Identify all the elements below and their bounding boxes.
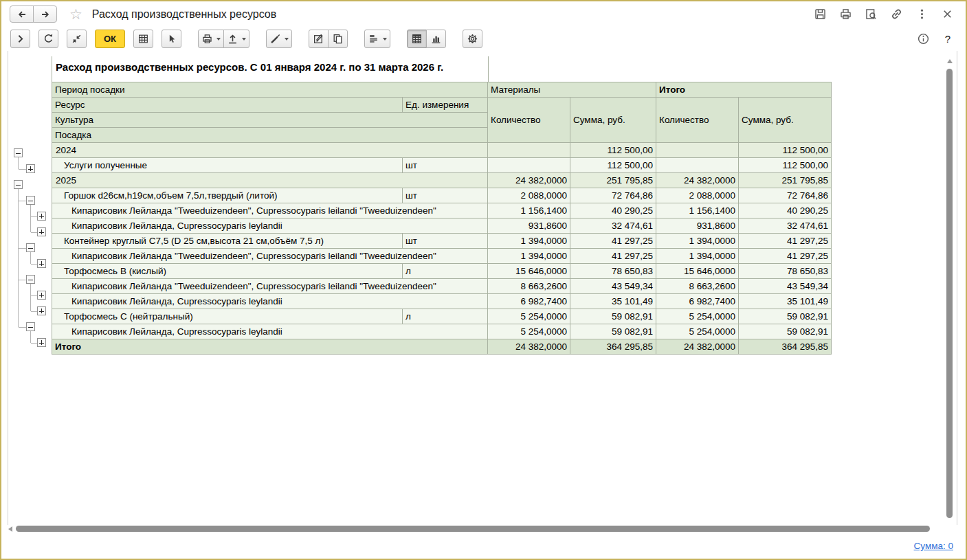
help-button[interactable]: ?: [945, 33, 951, 45]
tree-collapse-button[interactable]: [14, 181, 22, 189]
back-button[interactable]: [10, 5, 34, 23]
grid-settings-button[interactable]: [133, 30, 153, 48]
materials-qty-cell[interactable]: [488, 158, 570, 173]
materials-qty-cell[interactable]: 1 156,1400: [488, 203, 570, 219]
resource-cell[interactable]: Горшок d26см,h19см,объем 7,5л,твердый (л…: [52, 188, 403, 203]
scroll-left-arrow-icon[interactable]: [8, 526, 12, 532]
tree-expand-button[interactable]: [37, 228, 45, 236]
materials-sum-cell[interactable]: 40 290,25: [570, 203, 656, 219]
total-qty-cell[interactable]: 24 382,0000: [656, 173, 739, 188]
materials-sum-cell[interactable]: 251 795,85: [570, 173, 656, 188]
chart-view-button[interactable]: [426, 30, 446, 48]
total-qty-cell[interactable]: 5 254,0000: [656, 324, 739, 339]
total-qty-cell[interactable]: 931,8600: [656, 219, 739, 234]
more-icon[interactable]: [914, 7, 929, 22]
vertical-scrollbar[interactable]: [945, 56, 955, 526]
outline-levels-button[interactable]: [364, 30, 390, 48]
materials-qty-cell[interactable]: 8 663,2600: [488, 279, 570, 294]
resource-cell[interactable]: Услуги полученные: [52, 158, 403, 173]
materials-sum-cell[interactable]: 78 650,83: [570, 264, 656, 279]
materials-qty-cell[interactable]: 1 394,0000: [488, 234, 570, 249]
materials-sum-cell[interactable]: 43 549,34: [570, 279, 656, 294]
total-qty-cell[interactable]: 1 394,0000: [656, 249, 739, 264]
expand-settings-button[interactable]: [10, 30, 30, 48]
total-sum-cell[interactable]: 251 795,85: [739, 173, 832, 188]
unit-cell[interactable]: л: [403, 309, 488, 324]
tree-collapse-button[interactable]: [26, 276, 34, 284]
resource-cell[interactable]: Контейнер круглый С7,5 (D 25 см,высота 2…: [52, 234, 403, 249]
sum-link[interactable]: Сумма: 0: [914, 541, 953, 551]
materials-sum-cell[interactable]: 32 474,61: [570, 219, 656, 234]
total-sum-cell[interactable]: 43 549,34: [739, 279, 832, 294]
total-qty-cell[interactable]: 8 663,2600: [656, 279, 739, 294]
total-qty-cell[interactable]: 2 088,0000: [656, 188, 739, 203]
materials-qty-cell[interactable]: 1 394,0000: [488, 249, 570, 264]
link-icon[interactable]: [889, 7, 904, 22]
resource-cell[interactable]: Кипарисовик Лейланда, Cupressocyparis le…: [52, 294, 488, 309]
tree-expand-button[interactable]: [37, 307, 45, 315]
info-icon[interactable]: [916, 32, 931, 47]
tree-collapse-button[interactable]: [26, 323, 34, 331]
refresh-button[interactable]: [38, 30, 58, 48]
ok-button[interactable]: ОК: [95, 30, 125, 48]
total-qty-cell[interactable]: 1 394,0000: [656, 234, 739, 249]
resource-cell[interactable]: Кипарисовик Лейланда "Tweeduizendeen", C…: [52, 279, 488, 294]
edit-button[interactable]: [309, 30, 329, 48]
preview-icon[interactable]: [863, 7, 878, 22]
resource-cell[interactable]: Кипарисовик Лейланда, Cupressocyparis le…: [52, 324, 488, 339]
horizontal-scroll-thumb[interactable]: [16, 526, 930, 532]
materials-qty-cell[interactable]: 6 982,7400: [488, 294, 570, 309]
total-sum-cell[interactable]: 364 295,85: [739, 339, 832, 355]
materials-sum-cell[interactable]: 364 295,85: [570, 339, 656, 355]
favorite-star-icon[interactable]: ☆: [69, 7, 82, 21]
materials-qty-cell[interactable]: 2 088,0000: [488, 188, 570, 203]
vertical-scroll-thumb[interactable]: [946, 69, 953, 518]
save-icon[interactable]: [812, 7, 827, 22]
tree-collapse-button[interactable]: [26, 197, 34, 205]
total-sum-cell[interactable]: 40 290,25: [739, 203, 832, 219]
resource-cell[interactable]: Торфосмесь С (нейтральный): [52, 309, 403, 324]
total-qty-cell[interactable]: 15 646,0000: [656, 264, 739, 279]
total-sum-cell[interactable]: 59 082,91: [739, 324, 832, 339]
materials-qty-cell[interactable]: 5 254,0000: [488, 309, 570, 324]
total-sum-cell[interactable]: 112 500,00: [739, 158, 832, 173]
total-qty-cell[interactable]: 5 254,0000: [656, 309, 739, 324]
total-sum-cell[interactable]: 32 474,61: [739, 219, 832, 234]
total-sum-cell[interactable]: 35 101,49: [739, 294, 832, 309]
materials-qty-cell[interactable]: 24 382,0000: [488, 339, 570, 355]
materials-sum-cell[interactable]: 35 101,49: [570, 294, 656, 309]
total-sum-cell[interactable]: 78 650,83: [739, 264, 832, 279]
tree-expand-button[interactable]: [37, 212, 45, 221]
table-view-button[interactable]: [407, 30, 427, 48]
total-sum-cell[interactable]: 41 297,25: [739, 234, 832, 249]
total-qty-cell[interactable]: 1 156,1400: [656, 203, 739, 219]
materials-sum-cell[interactable]: 112 500,00: [570, 143, 656, 158]
forward-button[interactable]: [33, 5, 57, 23]
tree-collapse-button[interactable]: [26, 244, 34, 252]
copy-button[interactable]: [328, 30, 348, 48]
total-qty-cell[interactable]: [656, 143, 739, 158]
resource-cell[interactable]: Кипарисовик Лейланда "Tweeduizendeen", C…: [52, 203, 488, 219]
total-sum-cell[interactable]: 41 297,25: [739, 249, 832, 264]
resource-cell[interactable]: 2024: [52, 143, 488, 158]
materials-qty-cell[interactable]: 15 646,0000: [488, 264, 570, 279]
tree-expand-button[interactable]: [37, 260, 45, 268]
materials-sum-cell[interactable]: 41 297,25: [570, 234, 656, 249]
unit-cell[interactable]: л: [403, 264, 488, 279]
materials-sum-cell[interactable]: 59 082,91: [570, 324, 656, 339]
close-icon[interactable]: [940, 7, 955, 22]
scroll-up-arrow-icon[interactable]: [947, 59, 953, 63]
tree-expand-button[interactable]: [37, 291, 45, 300]
resource-cell[interactable]: Кипарисовик Лейланда, Cupressocyparis le…: [52, 219, 488, 234]
unit-cell[interactable]: шт: [403, 234, 488, 249]
total-sum-cell[interactable]: 72 764,86: [739, 188, 832, 203]
unit-cell[interactable]: шт: [403, 158, 488, 173]
materials-qty-cell[interactable]: 24 382,0000: [488, 173, 570, 188]
horizontal-scrollbar[interactable]: [7, 524, 936, 534]
format-button[interactable]: [266, 30, 292, 48]
pointer-mode-button[interactable]: [162, 30, 181, 48]
materials-qty-cell[interactable]: 5 254,0000: [488, 324, 570, 339]
total-qty-cell[interactable]: 6 982,7400: [656, 294, 739, 309]
materials-sum-cell[interactable]: 72 764,86: [570, 188, 656, 203]
print-icon[interactable]: [838, 7, 853, 22]
